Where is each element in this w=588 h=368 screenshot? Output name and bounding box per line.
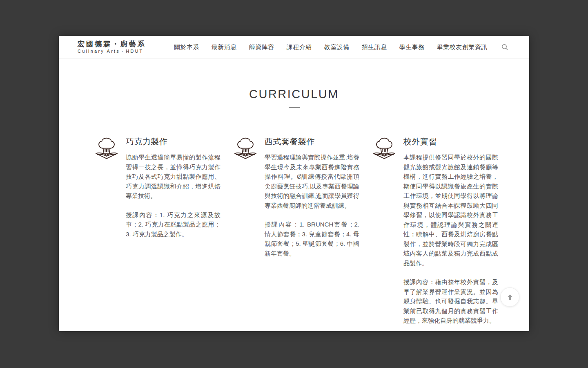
nav-item-curriculum[interactable]: 課程介紹 xyxy=(287,43,312,51)
nav-item-news[interactable]: 最新消息 xyxy=(212,43,237,51)
chef-hat-book-icon xyxy=(372,137,396,160)
chef-hat-book-icon xyxy=(95,137,118,160)
logo-title: 宏國德霖・廚藝系 xyxy=(78,40,146,48)
curriculum-columns: 巧克力製作 協助學生透過簡單易懂的製作流程習得一技之長，並懂得巧克力製作技巧及各… xyxy=(59,136,529,325)
section-title: CURRICULUM xyxy=(59,88,529,101)
course-text-block: 校外實習 本課程提供修習同學於校外的國際觀光旅館或觀光旅館及連鎖餐廳等機構，進行… xyxy=(403,136,498,325)
curriculum-column-western-meal: 西式套餐製作 學習過程理論與實際操作並重,培養學生現今及未來專業西餐進階實務操作… xyxy=(234,136,359,325)
curriculum-column-chocolate: 巧克力製作 協助學生透過簡單易懂的製作流程習得一技之長，並懂得巧克力製作技巧及各… xyxy=(95,136,220,325)
course-text-block: 巧克力製作 協助學生透過簡單易懂的製作流程習得一技之長，並懂得巧克力製作技巧及各… xyxy=(126,136,220,239)
course-title: 巧克力製作 xyxy=(126,136,220,147)
back-to-top-button[interactable] xyxy=(500,287,519,307)
section-divider xyxy=(289,107,300,108)
curriculum-column-internship: 校外實習 本課程提供修習同學於校外的國際觀光旅館或觀光旅館及連鎖餐廳等機構，進行… xyxy=(372,136,498,325)
site-logo[interactable]: 宏國德霖・廚藝系 Culinary Arts・HDUT xyxy=(78,40,146,54)
nav-item-facilities[interactable]: 教室設備 xyxy=(324,43,350,51)
search-icon[interactable] xyxy=(501,43,509,51)
section-heading: CURRICULUM xyxy=(59,88,529,108)
course-description: 學習過程理論與實際操作並重,培養學生現今及未來專業西餐進階實務操作料理。Ȼ訓練傳… xyxy=(265,153,359,210)
site-header: 宏國德霖・廚藝系 Culinary Arts・HDUT 關於本系 最新消息 師資… xyxy=(59,36,529,58)
course-description: 本課程提供修習同學於校外的國際觀光旅館或觀光旅館及連鎖餐廳等機構，進行實務工作經… xyxy=(403,153,498,268)
course-syllabus: 授課內容：1. 巧克力之來源及故事；2. 巧克力在糕點製品之應用；3. 巧克力製… xyxy=(126,210,220,239)
logo-subtitle: Culinary Arts・HDUT xyxy=(78,49,146,54)
course-title: 西式套餐製作 xyxy=(265,136,359,147)
course-title: 校外實習 xyxy=(403,136,498,147)
course-text-block: 西式套餐製作 學習過程理論與實際操作並重,培養學生現今及未來專業西餐進階實務操作… xyxy=(265,136,359,258)
page-container: 宏國德霖・廚藝系 Culinary Arts・HDUT 關於本系 最新消息 師資… xyxy=(59,36,529,331)
course-syllabus: 授課內容：1. BRUNCH套餐；2. 情人節套餐；3. 兒童節套餐；4. 母親… xyxy=(265,220,359,258)
course-syllabus: 授課內容：藉由整年校外實習，及早了解業界營運作業實況。並因為親身體驗、也可發掘自… xyxy=(403,277,498,325)
nav-item-about[interactable]: 關於本系 xyxy=(174,43,199,51)
chef-hat-book-icon xyxy=(234,137,257,160)
main-nav: 關於本系 最新消息 師資陣容 課程介紹 教室設備 招生訊息 學生事務 畢業校友創… xyxy=(174,43,509,51)
course-description: 協助學生透過簡單易懂的製作流程習得一技之長，並懂得巧克力製作技巧及各式巧克力甜點… xyxy=(126,153,220,201)
nav-item-alumni[interactable]: 畢業校友創業資訊 xyxy=(437,43,488,51)
nav-item-faculty[interactable]: 師資陣容 xyxy=(249,43,274,51)
nav-item-student-affairs[interactable]: 學生事務 xyxy=(399,43,425,51)
nav-item-admissions[interactable]: 招生訊息 xyxy=(362,43,387,51)
arrow-up-icon xyxy=(506,293,514,302)
